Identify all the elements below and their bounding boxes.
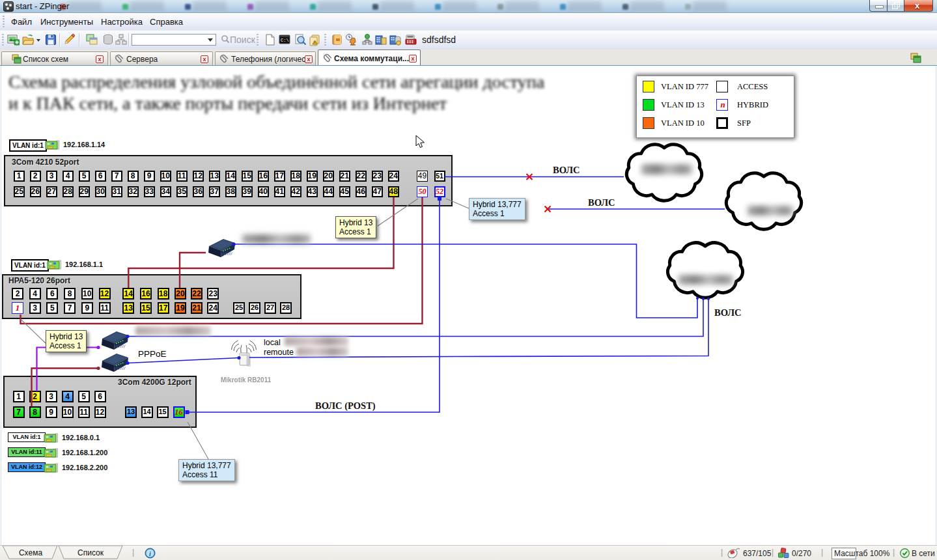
svg-text:Схема: Схема bbox=[19, 548, 42, 557]
svg-text:i: i bbox=[149, 550, 151, 557]
svg-text:Список: Список bbox=[77, 548, 104, 557]
